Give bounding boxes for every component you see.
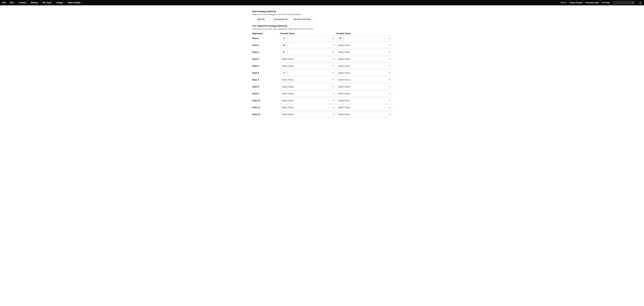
- section-divider: [252, 8, 392, 8]
- draft-strategy-options: ZERO RBLATE-ROUND QBQB-WR/TE STACKING: [252, 18, 392, 21]
- select-placeholder: Select Teams: [338, 86, 350, 88]
- divider: [636, 0, 637, 5]
- chevron-down-icon: [332, 52, 334, 52]
- right-nav-link[interactable]: All Tools: [600, 2, 612, 4]
- chevron-down-icon: [389, 80, 390, 80]
- team-logo-nyg: ny: [282, 37, 286, 40]
- remove-team-button[interactable]: ×: [342, 37, 344, 39]
- right-nav-link[interactable]: Player Grades: [568, 2, 584, 4]
- avoided-teams-select[interactable]: Select Teams: [337, 56, 392, 62]
- chevron-down-icon: [389, 86, 390, 87]
- user-avatar[interactable]: [639, 1, 642, 4]
- chevron-down-icon: [389, 114, 390, 115]
- avoided-teams-select[interactable]: Select Teams: [337, 63, 392, 69]
- nav-item-label: Fantasy: [19, 2, 26, 4]
- team-logo-dal: [339, 37, 342, 40]
- favorite-teams-select[interactable]: Select Teams: [280, 77, 335, 83]
- avoided-teams-select[interactable]: Select Teams: [337, 98, 392, 104]
- avoided-teams-select[interactable]: Select Teams: [337, 42, 392, 48]
- avoided-teams-select[interactable]: ×: [337, 35, 392, 41]
- main-content: Draft Strategy (Optional) Select your dr…: [251, 8, 393, 117]
- chevron-down-icon: [332, 100, 334, 101]
- avoided-teams-select[interactable]: Select Teams: [337, 84, 392, 90]
- chevron-down-icon: [332, 107, 334, 108]
- select-placeholder: Select Teams: [338, 65, 350, 67]
- strategy-option-button[interactable]: ZERO RB: [252, 18, 270, 21]
- favorite-teams-select[interactable]: W×: [280, 70, 335, 76]
- opponent-name: Team 6: [252, 72, 280, 74]
- search-icon: [632, 2, 634, 4]
- nav-item[interactable]: NFL: [8, 0, 17, 5]
- opponent-row: Team 1ny××: [252, 35, 392, 41]
- select-placeholder: Select Teams: [338, 113, 350, 116]
- opponent-row: Team 6W×Select Teams: [252, 70, 392, 76]
- avoided-teams-select[interactable]: Select Teams: [337, 104, 392, 110]
- favorite-teams-select[interactable]: ×: [280, 42, 335, 48]
- select-placeholder: Select Teams: [338, 72, 350, 74]
- nav-item[interactable]: Fantasy: [17, 0, 29, 5]
- avoided-teams-select[interactable]: Select Teams: [337, 111, 392, 117]
- nav-item-label: College: [56, 2, 63, 4]
- strategy-option-button[interactable]: QB-WR/TE STACKING: [291, 18, 313, 21]
- chevron-down-icon: [52, 2, 53, 3]
- nav-item[interactable]: NFL Draft: [41, 0, 54, 5]
- team-chip: W×: [282, 71, 289, 75]
- opponent-row: Team 7Select TeamsSelect Teams: [252, 77, 392, 83]
- select-placeholder: Select Teams: [338, 58, 350, 60]
- avoided-teams-select[interactable]: Select Teams: [337, 49, 392, 55]
- nav-item-label: NFL: [10, 2, 14, 4]
- chevron-down-icon: [38, 2, 39, 3]
- opponent-name: Team 9: [252, 92, 280, 95]
- team-chip: ny×: [282, 36, 289, 40]
- chevron-down-icon: [389, 100, 390, 101]
- favorite-teams-select[interactable]: ny×: [280, 35, 335, 41]
- avoided-teams-select[interactable]: Select Teams: [337, 90, 392, 96]
- nav-item[interactable]: College: [54, 0, 66, 5]
- favorite-teams-select[interactable]: Select Teams: [280, 84, 335, 90]
- select-placeholder: Select Teams: [338, 44, 350, 46]
- favorite-teams-select[interactable]: Select Teams: [280, 63, 335, 69]
- select-placeholder: Select Teams: [338, 106, 350, 109]
- remove-team-button[interactable]: ×: [286, 37, 288, 39]
- opponent-row: Team 12Select TeamsSelect Teams: [252, 111, 392, 117]
- nav-item[interactable]: More Football: [66, 0, 84, 5]
- favorite-teams-select[interactable]: Select Teams: [280, 111, 335, 117]
- right-nav-link[interactable]: Premium Stats: [584, 2, 600, 4]
- favorite-teams-select[interactable]: Select Teams: [280, 90, 335, 96]
- opponent-name: Team 12: [252, 113, 280, 116]
- opponent-name: Team 11: [252, 106, 280, 109]
- chevron-down-icon: [332, 59, 334, 60]
- nav-item[interactable]: Betting: [30, 0, 40, 5]
- opponent-row: Team 8Select TeamsSelect Teams: [252, 84, 392, 90]
- favorite-teams-select[interactable]: Select Teams: [280, 98, 335, 104]
- opponent-row: Team 2×Select Teams: [252, 42, 392, 48]
- opponent-name: Team 10: [252, 100, 280, 102]
- svg-point-3: [283, 52, 284, 52]
- select-placeholder: Select Teams: [282, 106, 294, 109]
- opponent-row: Team 9Select TeamsSelect Teams: [252, 90, 392, 96]
- chevron-down-icon: [332, 72, 334, 73]
- select-placeholder: Select Teams: [282, 78, 294, 81]
- opponent-row: Team 11Select TeamsSelect Teams: [252, 104, 392, 110]
- opponent-name: Team 1: [252, 37, 280, 40]
- strategy-option-button[interactable]: LATE-ROUND QB: [271, 18, 290, 21]
- brand-logo[interactable]: PFF: [1, 2, 7, 4]
- avoided-teams-select[interactable]: Select Teams: [337, 70, 392, 76]
- opponent-row: Team 10Select TeamsSelect Teams: [252, 98, 392, 104]
- remove-team-button[interactable]: ×: [286, 51, 288, 53]
- remove-team-button[interactable]: ×: [286, 44, 288, 46]
- select-placeholder: Select Teams: [282, 86, 294, 88]
- chevron-down-icon: [332, 80, 334, 80]
- favorite-teams-select[interactable]: ×: [280, 49, 335, 55]
- opponent-name: Team 5: [252, 65, 280, 67]
- select-placeholder: Select Teams: [282, 65, 294, 67]
- favorite-teams-select[interactable]: Select Teams: [280, 56, 335, 62]
- opponent-name: Team 2: [252, 44, 280, 46]
- opponent-row: Team 3×Select Teams: [252, 49, 392, 55]
- opponent-name: Team 7: [252, 78, 280, 81]
- search-input[interactable]: [613, 1, 635, 4]
- avoided-teams-select[interactable]: Select Teams: [337, 77, 392, 83]
- opponents-strategy-title: Your Opponents Strategy (Optional): [252, 25, 392, 27]
- favorite-teams-select[interactable]: Select Teams: [280, 104, 335, 110]
- remove-team-button[interactable]: ×: [286, 72, 288, 74]
